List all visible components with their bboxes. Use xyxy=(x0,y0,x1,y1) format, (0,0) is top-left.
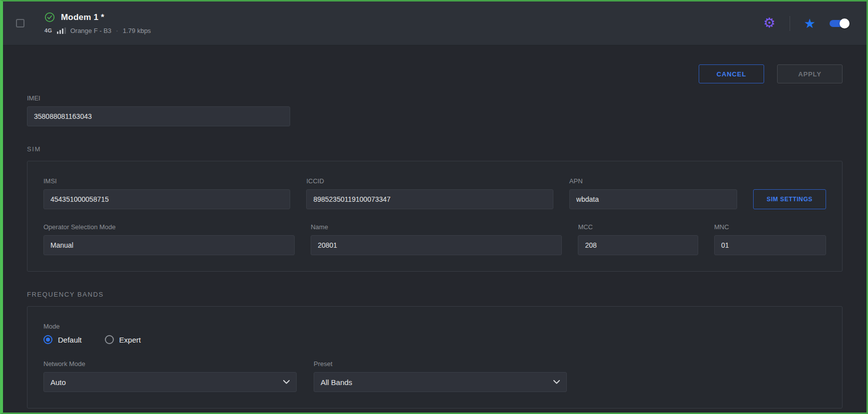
main-content: CANCEL APPLY IMEI SIM IMSI ICCID APN xyxy=(3,45,867,413)
preset-label: Preset xyxy=(314,360,567,368)
chevron-down-icon xyxy=(553,380,560,384)
network-mode-select[interactable]: Auto xyxy=(43,372,297,392)
form-actions-row: CANCEL APPLY xyxy=(27,64,843,83)
radio-default-label: Default xyxy=(58,336,82,344)
header-actions: ⚙ ★ xyxy=(763,16,850,31)
apn-input[interactable] xyxy=(569,189,737,209)
sim-panel: IMSI ICCID APN SIM SETTINGS Operator Sel xyxy=(27,161,843,272)
mcc-label: MCC xyxy=(578,223,698,231)
modem-enabled-toggle[interactable] xyxy=(830,18,850,28)
name-input[interactable] xyxy=(311,235,562,255)
network-mode-value: Auto xyxy=(50,378,66,387)
imei-label: IMEI xyxy=(27,94,290,102)
radio-expert-circle-icon xyxy=(105,335,114,344)
iccid-input[interactable] xyxy=(306,189,553,209)
imei-field: IMEI xyxy=(27,94,290,126)
mnc-label: MNC xyxy=(714,223,826,231)
imsi-input[interactable] xyxy=(43,189,290,209)
sim-section-label: SIM xyxy=(27,145,843,153)
network-mode-field: Network Mode Auto xyxy=(43,360,297,392)
radio-default-circle-icon xyxy=(43,335,52,344)
name-label: Name xyxy=(311,223,562,231)
preset-value: All Bands xyxy=(321,378,352,387)
select-modem-checkbox[interactable] xyxy=(16,19,24,27)
operator-selection-mode-label: Operator Selection Mode xyxy=(43,223,295,231)
network-type-label: 4G xyxy=(44,27,52,33)
data-rate-label: 1.79 kbps xyxy=(123,27,151,34)
apn-label: APN xyxy=(569,177,737,185)
signal-strength-icon xyxy=(57,27,66,34)
radio-expert[interactable]: Expert xyxy=(105,335,141,344)
frequency-bands-panel: Mode Default Expert Network Mode Auto xyxy=(27,306,843,409)
sim-row-1: IMSI ICCID APN SIM SETTINGS xyxy=(43,177,826,209)
operator-label: Orange F - B3 xyxy=(70,27,111,34)
mcc-field: MCC xyxy=(578,223,698,255)
vertical-divider xyxy=(790,16,790,31)
name-field: Name xyxy=(311,223,562,255)
operator-selection-mode-input[interactable] xyxy=(43,235,295,255)
mode-label: Mode xyxy=(43,323,826,330)
status-ok-icon xyxy=(44,12,55,22)
radio-expert-label: Expert xyxy=(119,336,141,344)
title-row: Modem 1 * xyxy=(44,12,151,22)
selects-row: Network Mode Auto Preset All Bands xyxy=(43,360,826,392)
title-block: Modem 1 * 4G Orange F - B3 · 1.79 kbps xyxy=(44,12,151,34)
apply-button[interactable]: APPLY xyxy=(777,64,843,83)
page-title: Modem 1 * xyxy=(61,12,104,22)
imei-input[interactable] xyxy=(27,106,290,126)
gear-icon[interactable]: ⚙ xyxy=(763,16,775,30)
iccid-field: ICCID xyxy=(306,177,553,209)
sim-row-2: Operator Selection Mode Name MCC MNC xyxy=(43,223,826,255)
star-icon[interactable]: ★ xyxy=(804,17,816,30)
modem-config-window: Modem 1 * 4G Orange F - B3 · 1.79 kbps ⚙… xyxy=(0,0,868,414)
cancel-button[interactable]: CANCEL xyxy=(699,64,764,83)
operator-selection-mode-field: Operator Selection Mode xyxy=(43,223,295,255)
imsi-label: IMSI xyxy=(43,177,290,185)
preset-field: Preset All Bands xyxy=(314,360,567,392)
frequency-bands-section-label: FREQUENCY BANDS xyxy=(27,291,843,298)
network-mode-label: Network Mode xyxy=(43,360,297,368)
toggle-knob xyxy=(840,18,850,28)
chevron-down-icon xyxy=(283,380,290,384)
mnc-input[interactable] xyxy=(714,235,826,255)
mode-radio-group: Default Expert xyxy=(43,335,826,344)
separator-dot: · xyxy=(116,26,118,34)
header: Modem 1 * 4G Orange F - B3 · 1.79 kbps ⚙… xyxy=(3,1,867,45)
iccid-label: ICCID xyxy=(306,177,553,185)
radio-default[interactable]: Default xyxy=(43,335,82,344)
preset-select[interactable]: All Bands xyxy=(314,372,567,392)
mnc-field: MNC xyxy=(714,223,826,255)
imsi-field: IMSI xyxy=(43,177,290,209)
mcc-input[interactable] xyxy=(578,235,698,255)
sim-settings-button[interactable]: SIM SETTINGS xyxy=(753,189,826,209)
connection-status-row: 4G Orange F - B3 · 1.79 kbps xyxy=(44,26,151,34)
sim-settings-button-wrap: SIM SETTINGS xyxy=(753,189,826,209)
apn-field: APN xyxy=(569,177,737,209)
